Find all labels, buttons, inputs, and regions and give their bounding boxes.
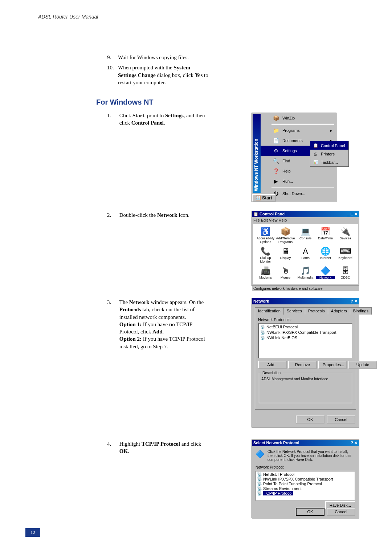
- cp-item-console[interactable]: 💻Console: [296, 227, 315, 246]
- cp-item-icon: 📞: [256, 247, 275, 256]
- sm-help[interactable]: ❓Help: [261, 166, 336, 176]
- cp-item-icon: 🖥: [276, 247, 295, 256]
- tab-adapters[interactable]: Adapters: [328, 307, 350, 315]
- cp-item-icon: 🎵: [296, 266, 315, 276]
- cp-item-fonts[interactable]: AFonts: [296, 247, 315, 266]
- cp-titlebar: 📋 Control Panel_ □ ✕: [252, 211, 359, 217]
- cp-icon: 📋: [313, 143, 319, 148]
- protocols-list[interactable]: 📡 NetBEUI Protocol📡 NWLink IPX/SPX Compa…: [258, 323, 353, 358]
- cp-item-icon: 🖱: [276, 266, 295, 276]
- cp-item-keyboard[interactable]: ⌨Keyboard: [336, 247, 355, 266]
- help-close-icons[interactable]: ? ✕: [351, 441, 358, 445]
- add-button[interactable]: Add...: [258, 361, 287, 369]
- cancel-button[interactable]: Cancel: [327, 416, 355, 424]
- cp-item-modems[interactable]: 📠Modems: [256, 266, 275, 281]
- list-item[interactable]: 📡 Streams Environment: [257, 486, 354, 491]
- taskbar-icon: 📊: [313, 160, 319, 165]
- cp-item-icon: 🌐: [316, 247, 335, 256]
- step-4: 4. Highlight TCP/IP Protocol and click O…: [107, 440, 212, 455]
- screenshot-start-menu: Windows NT Workstation 📦WinZip 📁Programs…: [252, 113, 336, 202]
- run-icon: ▶: [272, 178, 279, 185]
- help-icon: ❓: [272, 168, 279, 174]
- tab-protocols[interactable]: Protocols: [305, 307, 328, 315]
- cp-item-icon: 🔌: [336, 227, 355, 236]
- snp-label: Network Protocol:: [256, 465, 355, 469]
- protocol-icon: 🔷: [256, 450, 265, 462]
- cp-item-icon: 📦: [276, 227, 295, 236]
- tab-services[interactable]: Services: [283, 307, 305, 315]
- ok-button[interactable]: OK: [296, 508, 324, 516]
- snp-protocol-list[interactable]: 📡 NetBEUI Protocol📡 NWLink IPX/SPX Compa…: [256, 471, 355, 501]
- window-controls[interactable]: _ □ ✕: [347, 212, 358, 216]
- settings-icon: ⚙: [272, 147, 279, 154]
- start-menu-banner: Windows NT Workstation: [254, 139, 259, 191]
- description-box: Description: ADSL Management and Monitor…: [259, 371, 352, 403]
- help-close-icons[interactable]: ? ✕: [351, 299, 358, 304]
- screenshot-control-panel: 📋 Control Panel_ □ ✕ File Edit View Help…: [252, 211, 359, 286]
- cp-item-icon: 📅: [316, 227, 335, 236]
- remove-button[interactable]: Remove: [288, 361, 317, 369]
- cp-item-icon: 🗄: [336, 266, 355, 276]
- cp-item-devices[interactable]: 🔌Devices: [336, 227, 355, 246]
- snp-titlebar: Select Network Protocol? ✕: [252, 440, 359, 446]
- update-button[interactable]: Update: [348, 361, 377, 369]
- submenu-taskbar[interactable]: 📊Taskbar...: [310, 158, 348, 166]
- list-item[interactable]: 📡 NWLink NetBIOS: [260, 335, 351, 341]
- cp-item-icon: 💻: [296, 227, 315, 236]
- list-item[interactable]: 📡 NWLink IPX/SPX Compatible Transport: [257, 477, 354, 482]
- screenshot-network-dialog: Network? ✕ IdentificationServicesProtoco…: [252, 298, 359, 428]
- cp-item-icon: A: [296, 247, 315, 256]
- sm-winzip[interactable]: 📦WinZip: [261, 113, 336, 123]
- printers-icon: 🖨: [313, 152, 319, 156]
- cp-item-internet[interactable]: 🌐Internet: [316, 247, 335, 266]
- list-item[interactable]: 📡 NetBEUI Protocol: [257, 472, 354, 477]
- cp-item-network[interactable]: 🔷Network: [316, 266, 335, 281]
- cp-item-icon: 🔷: [316, 266, 335, 276]
- cancel-button[interactable]: Cancel: [327, 508, 355, 516]
- cp-item-dial-up-monitor[interactable]: 📞Dial-Up Monitor: [256, 247, 275, 266]
- cp-item-add-remove-programs[interactable]: 📦Add/Remove Programs: [276, 227, 295, 246]
- section-heading: For Windows NT: [96, 98, 154, 106]
- find-icon: 🔍: [272, 158, 279, 164]
- page-header: ADSL Router User Manual: [38, 14, 98, 20]
- step-3: 3. The Network window appears. On the Pr…: [107, 299, 212, 350]
- ok-button[interactable]: OK: [296, 416, 324, 424]
- sm-programs[interactable]: 📁Programs▸: [261, 125, 336, 135]
- step-10: 10. When prompted with the System Settin…: [107, 64, 209, 86]
- list-item[interactable]: 📡 NWLink IPX/SPX Compatible Transport: [260, 330, 351, 335]
- net-titlebar: Network? ✕: [252, 298, 359, 304]
- cp-item-date-time[interactable]: 📅Date/Time: [316, 227, 335, 246]
- snp-message: Click the Network Protocol that you want…: [268, 450, 355, 462]
- tab-identification[interactable]: Identification: [255, 307, 284, 315]
- winzip-icon: 📦: [272, 115, 279, 121]
- cp-item-icon: 📠: [256, 266, 275, 276]
- screenshot-select-protocol: Select Network Protocol? ✕ 🔷 Click the N…: [252, 439, 359, 518]
- programs-icon: 📁: [272, 127, 279, 134]
- settings-submenu: 📋Control Panel 🖨Printers 📊Taskbar...: [310, 141, 349, 167]
- cp-item-display[interactable]: 🖥Display: [276, 247, 295, 266]
- cp-item-accessibility-options[interactable]: ♿Accessibility Options: [256, 227, 275, 246]
- protocols-label: Network Protocols:: [258, 317, 353, 322]
- cp-menubar[interactable]: File Edit View Help: [252, 217, 359, 223]
- cp-item-icon: ⌨: [336, 247, 355, 256]
- sm-run[interactable]: ▶Run...: [261, 176, 336, 186]
- properties-button[interactable]: Properties...: [318, 361, 347, 369]
- step-2: 2. Double-click the Network icon.: [107, 211, 212, 219]
- submenu-control-panel[interactable]: 📋Control Panel: [310, 141, 348, 150]
- submenu-printers[interactable]: 🖨Printers: [310, 150, 348, 158]
- list-item[interactable]: 📡 NetBEUI Protocol: [260, 324, 351, 330]
- list-item[interactable]: 📡 Point To Point Tunneling Protocol: [257, 482, 354, 486]
- cp-item-multimedia[interactable]: 🎵Multimedia: [296, 266, 315, 281]
- start-button[interactable]: 🪟 Start: [252, 194, 276, 202]
- cp-item-icon: ♿: [256, 227, 275, 236]
- documents-icon: 📄: [272, 137, 279, 144]
- cp-statusbar: Configures network hardware and software: [252, 285, 359, 291]
- header-rule: [38, 22, 354, 22]
- tab-bindings[interactable]: Bindings: [350, 307, 372, 315]
- cp-item-mouse[interactable]: 🖱Mouse: [276, 266, 295, 281]
- step-1: 1. Click Start, point to Settings, and t…: [107, 112, 212, 127]
- page-number: 12: [25, 528, 40, 537]
- list-item[interactable]: 📡 TCP/IP Protocol: [257, 491, 354, 496]
- cp-item-odbc[interactable]: 🗄ODBC: [336, 266, 355, 281]
- step-9: 9. Wait for Windows copying files.: [107, 54, 209, 61]
